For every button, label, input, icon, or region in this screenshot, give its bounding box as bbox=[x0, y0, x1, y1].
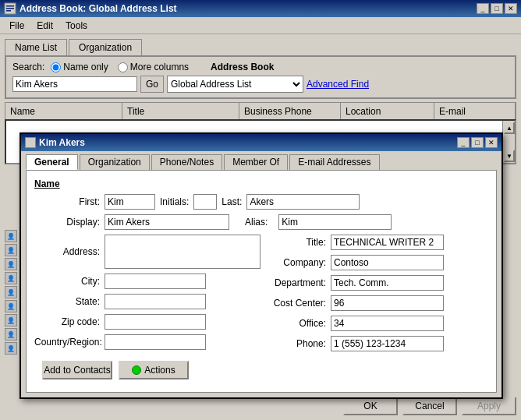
zip-label: Zip code: bbox=[34, 316, 105, 327]
city-label: City: bbox=[34, 276, 105, 287]
name-section-label: Name bbox=[34, 178, 488, 189]
modal-title-bar: Kim Akers _ □ ✕ bbox=[21, 134, 502, 151]
modal-bottom-buttons: Add to Contacts Actions bbox=[34, 356, 488, 384]
display-label: Display: bbox=[34, 217, 105, 228]
actions-icon bbox=[132, 365, 141, 375]
company-row: Company: bbox=[268, 255, 488, 270]
modal-icon bbox=[25, 137, 36, 148]
svg-rect-2 bbox=[6, 8, 14, 9]
department-input[interactable] bbox=[331, 275, 444, 291]
alias-label: Alias: bbox=[245, 217, 268, 228]
country-label: Country/Region: bbox=[34, 337, 105, 348]
modal-controls: _ □ ✕ bbox=[457, 137, 498, 148]
address-input[interactable] bbox=[105, 235, 260, 269]
office-row: Office: bbox=[268, 316, 488, 331]
tab-name-list[interactable]: Name List bbox=[5, 39, 67, 55]
city-input[interactable] bbox=[105, 274, 206, 289]
left-icon-4[interactable]: 👤 bbox=[5, 272, 17, 284]
left-icon-6[interactable]: 👤 bbox=[5, 300, 17, 312]
advanced-find-link[interactable]: Advanced Find bbox=[307, 79, 369, 90]
cost-center-label: Cost Center: bbox=[268, 298, 331, 309]
last-input[interactable] bbox=[246, 194, 360, 210]
state-row: State: bbox=[34, 294, 260, 309]
tab-member-of[interactable]: Member Of bbox=[224, 154, 288, 170]
svg-rect-1 bbox=[6, 5, 14, 7]
display-input[interactable] bbox=[105, 214, 229, 230]
ok-button[interactable]: OK bbox=[343, 397, 398, 415]
two-col-section: Address: City: State: Zip code: bbox=[34, 235, 488, 356]
office-label: Office: bbox=[268, 318, 331, 329]
address-book-select[interactable]: Global Address List bbox=[167, 76, 303, 93]
department-label: Department: bbox=[268, 277, 331, 288]
apply-button[interactable]: Apply bbox=[462, 397, 516, 415]
title-label: Title: bbox=[268, 237, 331, 248]
search-input-row: Go Global Address List Advanced Find bbox=[12, 76, 509, 93]
country-input[interactable] bbox=[105, 334, 206, 350]
phone-label: Phone: bbox=[268, 338, 331, 349]
tab-organization[interactable]: Organization bbox=[69, 39, 142, 55]
office-input[interactable] bbox=[331, 316, 444, 331]
address-label: Address: bbox=[34, 246, 105, 257]
display-row: Display: Alias: bbox=[34, 214, 488, 230]
modal-minimize[interactable]: _ bbox=[457, 137, 470, 148]
left-icon-2[interactable]: 👤 bbox=[5, 244, 17, 256]
title-input[interactable] bbox=[331, 235, 444, 250]
menu-bar: File Edit Tools bbox=[0, 17, 521, 34]
left-icon-5[interactable]: 👤 bbox=[5, 286, 17, 298]
column-headers: Name Title Business Phone Location E-mai… bbox=[5, 102, 516, 119]
first-name-row: First: Initials: Last: bbox=[34, 194, 488, 210]
modal-dialog: Kim Akers _ □ ✕ General Organization Pho… bbox=[19, 132, 503, 399]
state-label: State: bbox=[34, 296, 105, 307]
add-to-contacts-button[interactable]: Add to Contacts bbox=[42, 361, 112, 379]
company-input[interactable] bbox=[331, 255, 444, 270]
tab-email-addresses[interactable]: E-mail Addresses bbox=[289, 154, 379, 170]
phone-input[interactable] bbox=[331, 336, 444, 351]
left-icon-7[interactable]: 👤 bbox=[5, 314, 17, 326]
col-name: Name bbox=[5, 103, 122, 119]
left-icon-8[interactable]: 👤 bbox=[5, 328, 17, 341]
city-row: City: bbox=[34, 274, 260, 289]
minimize-button[interactable]: _ bbox=[477, 3, 489, 14]
close-button[interactable]: ✕ bbox=[505, 3, 517, 14]
radio-name-only[interactable]: Name only bbox=[51, 62, 108, 72]
modal-close[interactable]: ✕ bbox=[485, 137, 498, 148]
left-icon-3[interactable]: 👤 bbox=[5, 258, 17, 270]
state-input[interactable] bbox=[105, 294, 206, 309]
app-icon bbox=[4, 2, 16, 15]
radio-group: Name only More columns bbox=[51, 62, 189, 72]
modal-maximize[interactable]: □ bbox=[471, 137, 484, 148]
tab-organization-modal[interactable]: Organization bbox=[80, 154, 150, 170]
col-email: E-mail bbox=[434, 103, 516, 119]
zip-input[interactable] bbox=[105, 314, 206, 330]
actions-button[interactable]: Actions bbox=[119, 361, 189, 379]
search-section: Search: Name only More columns Address B… bbox=[5, 55, 516, 99]
first-input[interactable] bbox=[105, 194, 155, 210]
initials-input[interactable] bbox=[193, 194, 217, 210]
radio-more-columns[interactable]: More columns bbox=[118, 62, 189, 72]
modal-title: Kim Akers bbox=[39, 137, 457, 148]
title-row: Title: bbox=[268, 235, 488, 250]
window-controls: _ □ ✕ bbox=[477, 3, 517, 14]
zip-row: Zip code: bbox=[34, 314, 260, 330]
main-container: Name List Organization Search: Name only… bbox=[0, 34, 521, 169]
initials-label: Initials: bbox=[160, 196, 189, 207]
cost-center-input[interactable] bbox=[331, 295, 444, 311]
last-label: Last: bbox=[222, 196, 242, 207]
window-title: Address Book: Global Address List bbox=[19, 3, 477, 14]
cancel-button[interactable]: Cancel bbox=[402, 397, 457, 415]
address-book-label: Address Book bbox=[211, 62, 274, 72]
left-column: Address: City: State: Zip code: bbox=[34, 235, 260, 356]
tab-phone-notes[interactable]: Phone/Notes bbox=[151, 154, 222, 170]
tab-general[interactable]: General bbox=[26, 154, 78, 170]
alias-input[interactable] bbox=[278, 214, 392, 230]
menu-file[interactable]: File bbox=[3, 19, 30, 33]
menu-tools[interactable]: Tools bbox=[59, 19, 94, 33]
tab-row: Name List Organization bbox=[5, 39, 516, 55]
search-input[interactable] bbox=[12, 76, 137, 92]
go-button[interactable]: Go bbox=[140, 76, 164, 93]
left-icon-9[interactable]: 👤 bbox=[5, 342, 17, 355]
menu-edit[interactable]: Edit bbox=[30, 19, 59, 33]
left-icon-1[interactable]: 👤 bbox=[5, 230, 17, 242]
svg-rect-3 bbox=[6, 10, 11, 12]
maximize-button[interactable]: □ bbox=[491, 3, 503, 14]
